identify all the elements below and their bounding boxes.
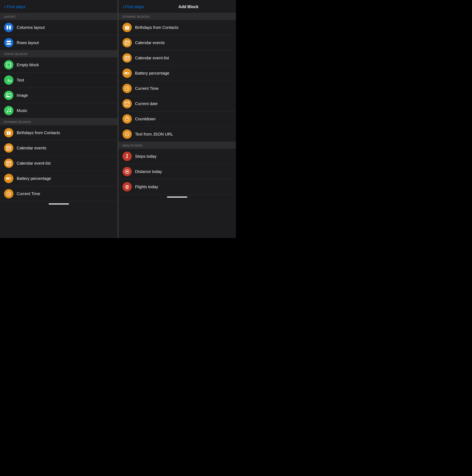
music-block-item[interactable]: Music bbox=[0, 103, 118, 118]
svg-rect-26 bbox=[7, 163, 8, 164]
birthdays-item-left[interactable]: Birthdays from Contacts bbox=[0, 125, 118, 140]
static-blocks-section-header: STATIC BLOCKS bbox=[0, 51, 118, 57]
svg-rect-2 bbox=[6, 41, 11, 42]
battery-label-left: Battery percentage bbox=[17, 176, 51, 181]
calendar-event-list-label-right: Calendar event-list bbox=[135, 56, 169, 60]
svg-rect-30 bbox=[8, 164, 9, 165]
svg-rect-21 bbox=[8, 149, 9, 150]
current-time-item-right[interactable]: Current Time bbox=[118, 81, 236, 96]
svg-rect-18 bbox=[8, 148, 9, 149]
left-nav-bar: ‹ First steps bbox=[0, 0, 118, 13]
json-url-label-right: Text from JSON URL bbox=[135, 132, 173, 136]
current-time-label-left: Current Time bbox=[17, 191, 40, 196]
distance-icon bbox=[122, 167, 132, 176]
svg-rect-4 bbox=[7, 63, 11, 67]
dynamic-blocks-section-header-right: DYNAMIC BLOCKS bbox=[118, 13, 236, 20]
columns-icon bbox=[4, 23, 13, 32]
flights-today-item[interactable]: Flights today bbox=[118, 179, 236, 194]
countdown-icon-right bbox=[122, 114, 132, 124]
steps-today-item[interactable]: Steps today bbox=[118, 149, 236, 164]
image-icon bbox=[4, 91, 13, 100]
svg-rect-52 bbox=[128, 58, 128, 59]
svg-rect-12 bbox=[9, 132, 9, 134]
gift-icon-right bbox=[122, 23, 132, 32]
battery-icon-right bbox=[122, 68, 132, 78]
json-url-item-right[interactable]: J Text from JSON URL bbox=[118, 127, 236, 142]
flights-today-label: Flights today bbox=[135, 185, 158, 189]
layout-section-header: LAYOUT bbox=[0, 13, 118, 20]
music-block-label: Music bbox=[17, 108, 27, 113]
scroll-indicator-left bbox=[49, 204, 69, 204]
date-icon-right: 31 bbox=[122, 99, 132, 108]
rows-icon bbox=[4, 38, 13, 47]
right-back-button[interactable]: ‹ First steps bbox=[122, 4, 144, 10]
steps-today-label: Steps today bbox=[135, 154, 157, 159]
distance-today-label: Distance today bbox=[135, 169, 162, 174]
battery-item-left[interactable]: Battery percentage bbox=[0, 171, 118, 186]
calendar-events-item-left[interactable]: Calendar events bbox=[0, 140, 118, 156]
svg-point-7 bbox=[8, 94, 8, 95]
right-panel: ‹ First steps Add Block DYNAMIC BLOCKS B… bbox=[118, 0, 236, 238]
left-back-button[interactable]: ‹ First steps bbox=[4, 4, 25, 10]
music-icon bbox=[4, 106, 13, 115]
right-page-title: Add Block bbox=[145, 4, 232, 9]
dynamic-blocks-section-header-left: DYNAMIC BLOCKS bbox=[0, 118, 118, 125]
battery-item-right[interactable]: Battery percentage bbox=[118, 66, 236, 81]
birthdays-item-right[interactable]: Birthdays from Contacts bbox=[118, 20, 236, 35]
svg-point-9 bbox=[9, 111, 11, 112]
svg-text:31: 31 bbox=[126, 104, 128, 106]
calendar-icon-left bbox=[4, 143, 13, 153]
empty-block-item[interactable]: Empty block bbox=[0, 57, 118, 73]
svg-rect-50 bbox=[125, 58, 126, 59]
svg-rect-19 bbox=[10, 148, 10, 149]
columns-layout-label: Columns layout bbox=[17, 25, 45, 30]
health-data-section-header: HEALTH DATA bbox=[118, 142, 236, 149]
columns-layout-item[interactable]: Columns layout bbox=[0, 20, 118, 35]
distance-today-item[interactable]: Distance today bbox=[118, 164, 236, 179]
calendar-events-item-right[interactable]: Calendar events bbox=[118, 35, 236, 51]
gift-icon-left bbox=[4, 128, 13, 137]
current-date-item-right[interactable]: 31 Current date bbox=[118, 96, 236, 111]
flights-icon bbox=[122, 182, 132, 191]
battery-icon-left bbox=[4, 174, 13, 183]
svg-rect-3 bbox=[6, 43, 11, 45]
calendar-event-list-item-right[interactable]: Calendar event-list bbox=[118, 51, 236, 66]
left-panel: ‹ First steps LAYOUT Columns layout Rows… bbox=[0, 0, 118, 238]
rows-layout-label: Rows layout bbox=[17, 40, 39, 45]
svg-rect-53 bbox=[125, 59, 126, 60]
left-chevron-icon: ‹ bbox=[4, 4, 6, 10]
image-block-item[interactable]: Image bbox=[0, 88, 118, 103]
birthdays-label-left: Birthdays from Contacts bbox=[17, 131, 60, 135]
steps-icon bbox=[122, 152, 132, 161]
svg-rect-51 bbox=[127, 58, 127, 59]
birthdays-label-right: Birthdays from Contacts bbox=[135, 25, 178, 30]
text-block-item[interactable]: Aa Text bbox=[0, 73, 118, 88]
calendar-icon-right bbox=[122, 38, 132, 47]
rows-layout-item[interactable]: Rows layout bbox=[0, 35, 118, 51]
calendar-events-label-right: Calendar events bbox=[135, 40, 165, 45]
current-date-label-right: Current date bbox=[135, 102, 157, 106]
current-time-item-left[interactable]: Current Time bbox=[0, 186, 118, 202]
calendar-list-icon-right bbox=[122, 53, 132, 63]
calendar-event-list-label-left: Calendar event-list bbox=[17, 161, 51, 166]
text-block-label: Text bbox=[17, 78, 24, 83]
right-chevron-icon: ‹ bbox=[122, 4, 124, 10]
left-back-label: First steps bbox=[7, 4, 25, 9]
svg-rect-28 bbox=[10, 163, 10, 164]
calendar-list-icon-left bbox=[4, 158, 13, 168]
countdown-label-right: Countdown bbox=[135, 117, 156, 121]
svg-rect-41 bbox=[125, 43, 126, 43]
svg-rect-44 bbox=[125, 44, 126, 44]
svg-text:Aa: Aa bbox=[7, 78, 11, 83]
svg-rect-56 bbox=[125, 73, 127, 74]
svg-rect-0 bbox=[6, 25, 8, 30]
svg-rect-20 bbox=[7, 149, 8, 150]
svg-rect-32 bbox=[7, 178, 9, 179]
svg-rect-42 bbox=[127, 43, 127, 43]
svg-rect-54 bbox=[127, 59, 127, 60]
countdown-item-right[interactable]: Countdown bbox=[118, 111, 236, 127]
calendar-event-list-item-left[interactable]: Calendar event-list bbox=[0, 156, 118, 171]
scroll-indicator-right bbox=[167, 197, 187, 198]
svg-rect-17 bbox=[7, 148, 8, 149]
scroll-bar-left bbox=[0, 202, 118, 206]
